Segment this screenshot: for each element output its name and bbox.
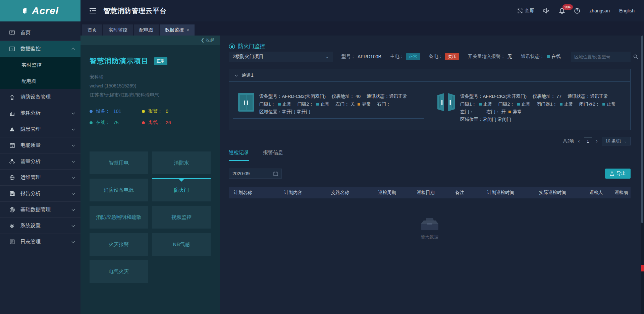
- fullscreen-button[interactable]: 全屏: [518, 8, 534, 14]
- sidebar-item-realtime-monitor[interactable]: 实时监控: [0, 57, 80, 73]
- language-switch[interactable]: English: [619, 8, 635, 13]
- sidebar-item-data-monitor[interactable]: 数据监控: [0, 41, 80, 57]
- column-header[interactable]: 巡检项: [609, 190, 631, 196]
- month-picker[interactable]: 2020-09: [229, 169, 282, 179]
- tab-data-monitor[interactable]: 数据监控 ×: [160, 24, 195, 36]
- logo: Acrel: [0, 0, 80, 21]
- subsystem-fire-water[interactable]: 消防水: [152, 151, 211, 174]
- project-company: 安科瑞: [90, 72, 211, 81]
- sidebar-item-demand-analysis[interactable]: 需量分析: [0, 153, 80, 170]
- model-value: AFRD100B: [358, 54, 381, 59]
- page-size-select[interactable]: 10 条/页 ⌄: [602, 137, 631, 145]
- help-button[interactable]: ?: [574, 8, 580, 14]
- sidebar-item-power-diagram[interactable]: 配电图: [0, 73, 80, 89]
- subsystem-smart-power[interactable]: 智慧用电: [90, 151, 148, 174]
- status-square-abnormal: [508, 111, 511, 113]
- scrollbar-alert-marker[interactable]: [641, 265, 644, 271]
- column-header[interactable]: 备注: [450, 190, 482, 196]
- device-card-afrd-ck2[interactable]: 设备型号：AFRD-CK2(常开双门) 仪表地址： 77 通讯状态：通讯正常 门…: [432, 87, 628, 126]
- project-select[interactable]: 2楼防火门项目 ⌄: [229, 52, 333, 62]
- search-input[interactable]: [574, 54, 633, 59]
- sidebar-fold-icon[interactable]: [89, 8, 97, 14]
- fullscreen-label: 全屏: [525, 8, 534, 14]
- fire-hydrant-icon: [9, 95, 15, 100]
- subsystem-fire-equipment-power[interactable]: 消防设备电源: [90, 179, 148, 201]
- sidebar-item-power-quality[interactable]: 电能质量: [0, 137, 80, 153]
- search-icon[interactable]: [633, 54, 638, 59]
- status-square-normal: [278, 103, 281, 106]
- status-square-normal: [479, 103, 482, 106]
- tab-close-icon[interactable]: ×: [186, 27, 189, 33]
- tab-realtime-monitor[interactable]: 实时监控: [103, 24, 133, 36]
- status-square-normal: [602, 103, 605, 106]
- svg-text:?: ?: [576, 9, 578, 13]
- language-label: English: [619, 8, 635, 13]
- next-page-icon[interactable]: ›: [596, 138, 598, 144]
- chevron-down-icon: [72, 175, 75, 179]
- column-header[interactable]: 巡检周期: [373, 190, 412, 196]
- records-toolbar: 2020-09 导出: [229, 169, 631, 179]
- chevron-down-icon: [72, 224, 75, 227]
- vertical-scrollbar[interactable]: [641, 36, 644, 314]
- tab-power-diagram[interactable]: 配电图: [134, 24, 159, 36]
- column-header[interactable]: 实际巡检时间: [534, 190, 584, 196]
- sidebar-item-report-analysis[interactable]: 报告分析: [0, 186, 80, 202]
- report-icon: [9, 191, 15, 196]
- sidebar-item-hazard-mgmt[interactable]: 隐患管理: [0, 121, 80, 137]
- column-header[interactable]: 巡检日期: [412, 190, 450, 196]
- scrollbar-thumb[interactable]: [641, 36, 643, 223]
- subsystem-electrical-fire[interactable]: 电气火灾: [90, 260, 148, 283]
- project-panel: ❮ 收起 智慧消防演示项目 正常 安科瑞 wclwcl (15061515269…: [80, 36, 220, 314]
- page-number[interactable]: 1: [584, 137, 592, 145]
- column-header[interactable]: 巡检人: [584, 190, 609, 196]
- column-header[interactable]: 计划内容: [279, 190, 326, 196]
- export-button[interactable]: 导出: [605, 169, 631, 179]
- empty-text: 暂无数据: [421, 234, 438, 240]
- chevron-down-icon: [72, 111, 75, 114]
- chevron-down-icon: [72, 240, 75, 243]
- channel-header[interactable]: 通道1: [229, 69, 630, 82]
- sidebar-item-home[interactable]: 首页: [0, 25, 80, 41]
- sidebar-item-ops-mgmt[interactable]: 运维管理: [0, 170, 80, 186]
- device-line-status: 门磁1：正常 门磁2：正常 闭门器1：正常 闭门器2：正常: [460, 100, 621, 108]
- section-title: 防火门监控: [229, 43, 265, 50]
- door-open-icon: [437, 92, 455, 120]
- sidebar-item-fire-device-mgmt[interactable]: 消防设备管理: [0, 89, 80, 105]
- workspace-tabbar: 首页 实时监控 配电图 数据监控 ×: [80, 21, 644, 36]
- notifications-button[interactable]: 99+: [559, 8, 565, 14]
- column-header[interactable]: 计划巡检时间: [482, 190, 534, 196]
- subsystem-video-monitor[interactable]: 视频监控: [152, 206, 211, 229]
- prev-page-icon[interactable]: ‹: [578, 138, 580, 144]
- column-header[interactable]: 计划名称: [229, 190, 279, 196]
- project-contact: wclwcl (15061515269): [90, 81, 211, 90]
- tab-alarm-info[interactable]: 报警信息: [263, 149, 283, 161]
- tab-inspection-records[interactable]: 巡检记录: [229, 149, 249, 161]
- calendar-grid-icon: [9, 143, 15, 148]
- tabs-divider: [229, 160, 631, 160]
- globe-icon: [9, 175, 15, 180]
- sidebar-item-energy-analysis[interactable]: 能耗分析: [0, 105, 80, 121]
- search-box: [571, 52, 631, 62]
- device-card-afrd-cb2[interactable]: 设备型号：AFRD-CB2(常闭双门) 仪表地址： 40 通讯状态：通讯正常 门…: [233, 87, 424, 119]
- chevron-down-icon: [72, 191, 75, 195]
- sidebar-item-system-settings[interactable]: 系统设置: [0, 218, 80, 234]
- column-header[interactable]: 支路名称: [326, 190, 373, 196]
- subsystem-nb-gas[interactable]: NB气感: [152, 233, 211, 256]
- chevron-down-icon: [235, 73, 238, 76]
- status-square-normal: [316, 103, 319, 106]
- pagination: 共2项 ‹ 1 › 10 条/页 ⌄: [563, 137, 631, 145]
- warning-triangle-icon: [9, 127, 15, 132]
- subsystem-emergency-lighting[interactable]: 消防应急照明和疏散: [90, 206, 148, 229]
- username: zhangsan: [589, 8, 610, 13]
- subsystem-fire-alarm[interactable]: 火灾报警: [90, 233, 148, 256]
- sidebar-item-log-mgmt[interactable]: 日志管理: [0, 234, 80, 250]
- tab-home[interactable]: 首页: [82, 24, 102, 36]
- sidebar-item-base-data-mgmt[interactable]: 基础数据管理: [0, 202, 80, 218]
- backup-power-label: 备电：: [429, 54, 443, 60]
- project-status-badge: 正常: [154, 57, 167, 65]
- subsystem-fire-door[interactable]: 防火门: [152, 179, 211, 201]
- mute-button[interactable]: [543, 8, 550, 13]
- user-menu[interactable]: zhangsan: [589, 8, 610, 13]
- question-circle-icon: ?: [574, 8, 580, 14]
- panel-collapse-button[interactable]: ❮ 收起: [201, 37, 214, 43]
